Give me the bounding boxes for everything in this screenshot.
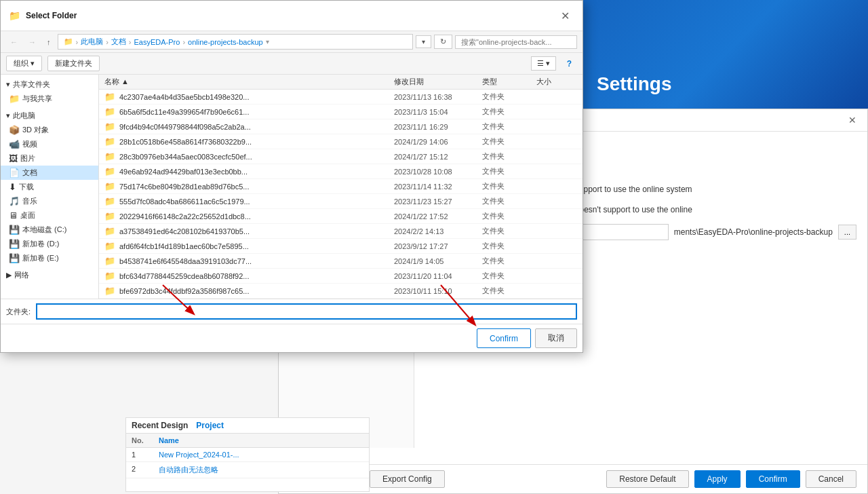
dialog-window: 📁 Select Folder ✕ ← → ↑ 📁 › 此电脑 › 文档 › E… xyxy=(0,0,583,353)
up-button[interactable]: ↑ xyxy=(43,36,55,48)
back-button[interactable]: ← xyxy=(6,36,22,48)
shared-icon: ▾ xyxy=(6,80,10,89)
folder-icon: 📁 xyxy=(104,196,115,206)
file-type: 文件夹 xyxy=(482,166,536,176)
downloads-label: 下载 xyxy=(19,182,34,192)
cancel-button[interactable]: 取消 xyxy=(535,328,577,348)
new-folder-button[interactable]: 新建文件夹 xyxy=(47,56,100,71)
col-size-header[interactable]: 大小 xyxy=(536,77,577,87)
thispc-section: ▾ 此电脑 📦 3D 对象 📹 视频 🖼 图片 xyxy=(1,109,98,265)
file-row[interactable]: 📁 bfc634d7788445259cdea8b60788f92... 202… xyxy=(99,269,583,284)
recent-design-label: Recent Design xyxy=(132,421,188,430)
e-drive-label: 新加卷 (E:) xyxy=(22,253,59,263)
folder-icon: 📁 xyxy=(104,151,115,162)
file-date: 2024/2/2 14:13 xyxy=(394,227,482,235)
organize-button[interactable]: 组织 ▾ xyxy=(6,56,42,71)
path-chevron[interactable]: ▾ xyxy=(266,38,269,45)
path-sep-2: › xyxy=(106,38,108,46)
thispc-header[interactable]: ▾ 此电脑 xyxy=(1,109,98,123)
project-tab[interactable]: Project xyxy=(196,421,224,430)
search-input[interactable] xyxy=(455,35,577,49)
file-row[interactable]: 📁 28b1c0518b6e458a8614f73680322b9... 202… xyxy=(99,134,583,149)
file-row[interactable]: 📁 28c3b0976eb344a5aec0083cecfc50ef... 20… xyxy=(99,149,583,164)
path-dots-button[interactable]: ... xyxy=(838,225,856,240)
left-item-shared[interactable]: 📁 与我共享 xyxy=(1,92,98,106)
left-item-c-drive[interactable]: 💾 本地磁盘 (C:) xyxy=(1,223,98,237)
file-row[interactable]: 📁 4c2307ae4a4b4d35ae5bcb1498e320... 2023… xyxy=(99,90,583,104)
3d-icon: 📦 xyxy=(9,125,20,135)
file-row[interactable]: 📁 bfe6972db3c44fddbf92a3586f987c65... 20… xyxy=(99,284,583,299)
path-dropdown-button[interactable]: ▾ xyxy=(416,35,431,48)
path-backup[interactable]: online-projects-backup xyxy=(188,38,263,46)
path-easyeda[interactable]: EasyEDA-Pro xyxy=(134,38,180,46)
folder-icon: 📁 xyxy=(104,107,115,117)
help-button[interactable]: ? xyxy=(561,57,577,71)
dialog-file-list[interactable]: 名称 ▲ 修改日期 类型 大小 📁 4c2307ae4a4b4d35ae5bcb… xyxy=(99,75,583,299)
dialog-folder-bar: 文件夹: xyxy=(1,299,583,324)
file-row[interactable]: 📁 6b5a6f5dc11e49a399654f7b90e6c61... 202… xyxy=(99,104,583,119)
path-docs[interactable]: 文档 xyxy=(111,37,126,47)
col-name-header[interactable]: 名称 ▲ xyxy=(104,77,394,87)
left-item-e-drive[interactable]: 💾 新加卷 (E:) xyxy=(1,251,98,265)
select-folder-dialog: 📁 Select Folder ✕ ← → ↑ 📁 › 此电脑 › 文档 › E… xyxy=(0,0,583,353)
file-row[interactable]: 📁 afd6f64fcb1f4d189b1aec60bc7e5895... 20… xyxy=(99,239,583,254)
dialog-toolbar: 组织 ▾ 新建文件夹 ☰ ▾ ? xyxy=(1,53,583,75)
left-item-d-drive[interactable]: 💾 新加卷 (D:) xyxy=(1,237,98,251)
docs-label: 文档 xyxy=(22,168,37,178)
thispc-icon: ▾ xyxy=(6,111,10,120)
row1-name[interactable]: New Project_2024-01-... xyxy=(159,451,363,459)
path-icon: 📁 xyxy=(64,37,73,46)
file-row[interactable]: 📁 75d174c6be8049b28d1eab89d76bc5... 2023… xyxy=(99,179,583,194)
left-item-3d[interactable]: 📦 3D 对象 xyxy=(1,123,98,137)
file-date: 2023/9/12 17:27 xyxy=(394,242,482,250)
table-row[interactable]: 2 自动路由无法忽略 xyxy=(126,462,369,478)
shared-sub-label: 与我共享 xyxy=(22,94,52,104)
file-row[interactable]: 📁 555d7fc08adc4ba686611ac6c5c1979... 202… xyxy=(99,194,583,209)
export-config-button[interactable]: Export Config xyxy=(370,470,445,488)
view-button[interactable]: ☰ ▾ xyxy=(531,56,556,71)
left-item-video[interactable]: 📹 视频 xyxy=(1,137,98,151)
file-row[interactable]: 📁 20229416f66148c2a22c25652d1dbc8... 202… xyxy=(99,209,583,224)
col-type-header[interactable]: 类型 xyxy=(482,77,536,87)
file-row[interactable]: 📁 b4538741e6f645548daa3919103dc77... 202… xyxy=(99,254,583,269)
folder-icon: 📁 xyxy=(104,271,115,281)
left-item-pictures[interactable]: 🖼 图片 xyxy=(1,151,98,166)
row2-no: 2 xyxy=(132,465,159,475)
file-name: 28c3b0976eb344a5aec0083cecfc50ef... xyxy=(119,153,394,161)
bg-confirm-button[interactable]: Confirm xyxy=(746,470,800,488)
left-item-music[interactable]: 🎵 音乐 xyxy=(1,194,98,208)
refresh-button[interactable]: ↻ xyxy=(434,35,452,49)
video-icon: 📹 xyxy=(9,139,20,149)
table-row[interactable]: 1 New Project_2024-01-... xyxy=(126,448,369,462)
downloads-icon: ⬇ xyxy=(9,182,16,192)
restore-default-button[interactable]: Restore Default xyxy=(606,470,688,488)
left-item-downloads[interactable]: ⬇ 下载 xyxy=(1,180,98,194)
settings-close-button[interactable]: ✕ xyxy=(848,115,856,126)
d-drive-icon: 💾 xyxy=(9,239,20,249)
path-pc[interactable]: 此电脑 xyxy=(81,37,103,47)
network-label: 网络 xyxy=(14,270,29,280)
file-type: 文件夹 xyxy=(482,136,536,147)
col-date-header[interactable]: 修改日期 xyxy=(394,77,482,87)
recent-design-table: Recent Design Project No. Name 1 New Pro… xyxy=(125,417,370,492)
folder-icon: 📁 xyxy=(104,181,115,191)
file-row[interactable]: 📁 a37538491ed64c208102b6419370b5... 2024… xyxy=(99,224,583,239)
left-item-docs[interactable]: 📄 文档 xyxy=(1,166,98,180)
dialog-close-button[interactable]: ✕ xyxy=(555,6,574,25)
row2-name[interactable]: 自动路由无法忽略 xyxy=(159,465,363,475)
address-path[interactable]: 📁 › 此电脑 › 文档 › EasyEDA-Pro › online-proj… xyxy=(58,34,414,50)
file-row[interactable]: 📁 49e6ab924ad94429baf013e3ecb0bb... 2023… xyxy=(99,164,583,179)
bg-cancel-button[interactable]: Cancel xyxy=(806,470,856,488)
shared-header[interactable]: ▾ 共享文件夹 xyxy=(1,77,98,92)
folder-input[interactable] xyxy=(36,303,577,320)
file-row[interactable]: 📁 9fcd4b94c0f449798844f098a5c2ab2a... 20… xyxy=(99,119,583,134)
banner-text: Settings xyxy=(597,73,671,95)
network-header[interactable]: ▶ 网络 xyxy=(1,268,98,282)
folder-icon: 📁 xyxy=(104,256,115,266)
confirm-button[interactable]: Confirm xyxy=(477,328,531,348)
path-sep-1: › xyxy=(76,38,79,46)
forward-button[interactable]: → xyxy=(24,36,40,48)
apply-button[interactable]: Apply xyxy=(694,470,741,488)
col-name: Name xyxy=(159,436,363,444)
left-item-desktop[interactable]: 🖥 桌面 xyxy=(1,208,98,223)
